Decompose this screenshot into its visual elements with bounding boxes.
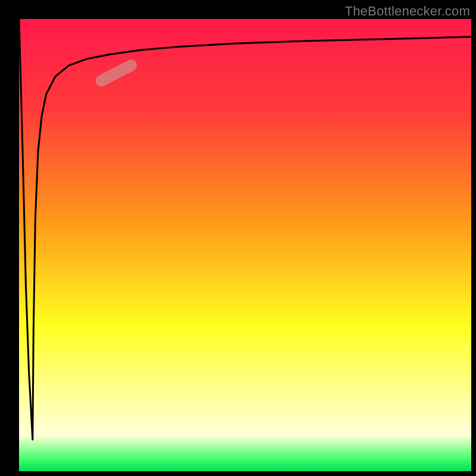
bottleneck-curve — [19, 19, 471, 440]
watermark-text: TheBottlenecker.com — [345, 4, 470, 19]
chart-root: TheBottlenecker.com — [0, 0, 476, 476]
plot-area — [19, 19, 471, 462]
marker-pill — [93, 58, 139, 89]
curve-layer — [19, 19, 471, 462]
svg-rect-1 — [93, 58, 139, 89]
